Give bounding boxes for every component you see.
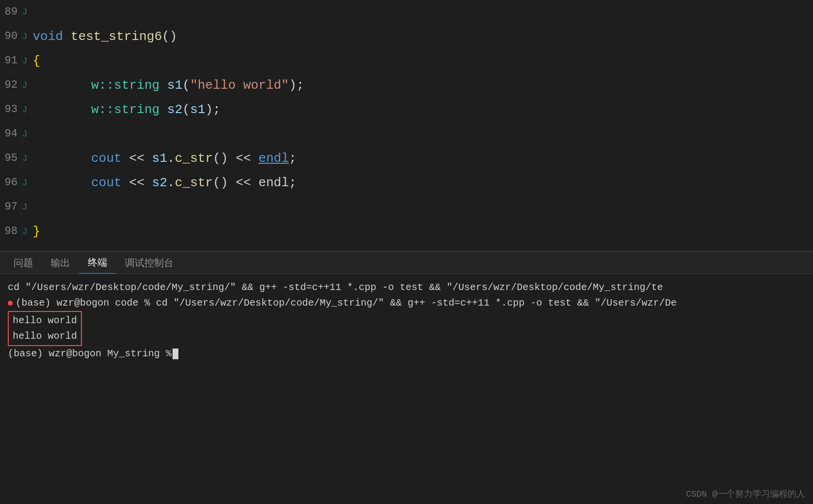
- terminal-area: 问题 输出 终端 调试控制台 cd "/Users/wzr/Desktop/co…: [0, 252, 813, 504]
- tab-terminal[interactable]: 终端: [79, 252, 116, 274]
- code-line-99: [33, 244, 813, 251]
- brace-open: {: [33, 49, 40, 73]
- cout-1: cout: [91, 146, 121, 171]
- tab-output[interactable]: 输出: [42, 252, 79, 274]
- keyword-void: void: [33, 24, 63, 49]
- op-3: <<: [129, 171, 144, 195]
- line-94: 94: [5, 122, 18, 146]
- type-wstring2: w::string: [91, 97, 159, 122]
- op-4: <<: [236, 171, 251, 195]
- var-s1: s1: [167, 73, 182, 97]
- endl-1: endl: [258, 146, 289, 171]
- s1-ref-95: s1: [152, 146, 167, 171]
- cout-2: cout: [91, 171, 121, 195]
- tab-problems-label: 问题: [14, 256, 33, 270]
- line-97: 97: [5, 195, 18, 219]
- watermark: CSDN @一个努力学习编程的人: [686, 488, 805, 500]
- s2-ref-96: s2: [152, 171, 167, 195]
- output-line-1: hello world: [13, 313, 77, 329]
- terminal-command-line: cd "/Users/wzr/Desktop/code/My_string/" …: [8, 280, 805, 295]
- tab-problems[interactable]: 问题: [5, 252, 42, 274]
- final-prompt-text: (base) wzr@bogon My_string %: [8, 346, 172, 362]
- code-line-89: [33, 0, 813, 24]
- line-95: 95: [5, 146, 18, 171]
- editor-area: 89 90 91 92 93 94 95 96 97 98 99 J J J J…: [0, 0, 813, 251]
- tab-output-label: 输出: [51, 256, 70, 270]
- command-text: cd "/Users/wzr/Desktop/code/My_string/" …: [8, 282, 663, 293]
- terminal-output-wrapper: hello world hello world: [8, 311, 805, 346]
- line-numbers: 89 90 91 92 93 94 95 96 97 98 99: [0, 0, 22, 251]
- op-2: <<: [236, 146, 251, 171]
- line-96: 96: [5, 171, 18, 195]
- paren-open: (): [162, 24, 177, 49]
- output-highlight-box: hello world hello world: [8, 311, 82, 346]
- output-line-2: hello world: [13, 329, 77, 344]
- left-margin: J J J J J J J J J J M: [22, 0, 28, 251]
- dot-red-indicator: [8, 301, 13, 306]
- method-cstr-1: c_str: [175, 146, 213, 171]
- code-line-90: void test_string6 (): [33, 24, 813, 49]
- code-line-92: w::string s1 ( "hello world" );: [33, 73, 813, 97]
- line-99: 99: [5, 244, 18, 251]
- endl-2: endl: [258, 171, 289, 195]
- line-93: 93: [5, 97, 18, 122]
- cursor: [173, 349, 178, 359]
- line-98: 98: [5, 219, 18, 244]
- line-90: 90: [5, 24, 18, 49]
- tab-terminal-label: 终端: [88, 256, 107, 269]
- code-line-95: cout << s1 . c_str () << endl ;: [33, 146, 813, 171]
- line-89: 89: [5, 0, 18, 24]
- terminal-content[interactable]: cd "/Users/wzr/Desktop/code/My_string/" …: [0, 274, 813, 504]
- code-line-93: w::string s2 ( s1 );: [33, 97, 813, 122]
- brace-close: }: [33, 219, 40, 244]
- type-wstring: w::string: [91, 73, 159, 97]
- prompt-text: (base) wzr@bogon code % cd "/Users/wzr/D…: [16, 295, 677, 311]
- terminal-final-prompt: (base) wzr@bogon My_string %: [8, 346, 805, 362]
- code-line-96: cout << s2 . c_str () << endl ;: [33, 171, 813, 195]
- code-line-98: }: [33, 219, 813, 244]
- code-content: void test_string6 () { w::string s1 ( "h…: [28, 0, 813, 251]
- line-92: 92: [5, 73, 18, 97]
- line-91: 91: [5, 49, 18, 73]
- code-line-97: [33, 195, 813, 219]
- function-name: test_string6: [71, 24, 162, 49]
- var-s2: s2: [167, 97, 182, 122]
- var-s1-ref: s1: [190, 97, 205, 122]
- tab-debug-console[interactable]: 调试控制台: [116, 252, 182, 274]
- op-1: <<: [129, 146, 144, 171]
- method-cstr-2: c_str: [175, 171, 213, 195]
- code-line-91: {: [33, 49, 813, 73]
- string-literal: "hello world": [190, 73, 289, 97]
- tab-debug-label: 调试控制台: [125, 256, 174, 270]
- tab-bar: 问题 输出 终端 调试控制台: [0, 252, 813, 274]
- terminal-prompt-line: (base) wzr@bogon code % cd "/Users/wzr/D…: [8, 295, 805, 311]
- code-line-94: [33, 122, 813, 146]
